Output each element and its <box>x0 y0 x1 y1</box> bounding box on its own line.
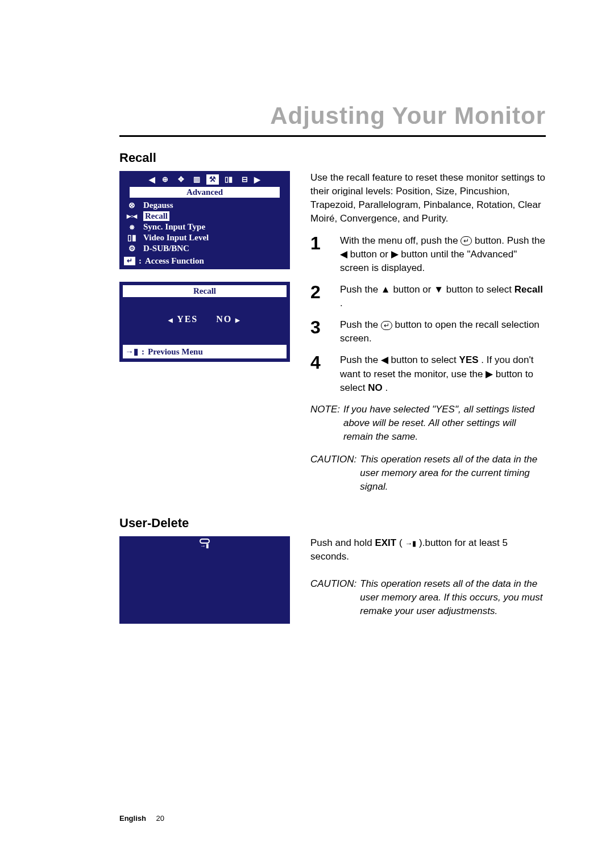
recall-icon: ▸▫◂ <box>126 211 138 221</box>
user-delete-heading: User-Delete <box>119 516 546 531</box>
recall-heading: Recall <box>119 151 546 165</box>
tab-size-icon: ✥ <box>175 174 187 185</box>
osd-item-video-input: ▯▮ Video Input Level <box>126 232 282 243</box>
video-input-icon: ▯▮ <box>126 233 138 243</box>
enter-icon: ↵ <box>124 257 135 265</box>
step-3: 3 Push the ↵ button to open the recall s… <box>310 318 546 345</box>
step-number: 2 <box>310 283 326 310</box>
osd-recall-panel: Recall YES NO →▮ : Previous Menu <box>119 282 290 362</box>
exit-inline-icon: →▮ <box>405 539 416 549</box>
exit-icon: →▮ <box>125 347 138 357</box>
exit-symbol-icon: →▮ <box>119 542 290 549</box>
recall-caution: CAUTION: This operation resets all of th… <box>310 453 546 494</box>
enter-button-icon: ↵ <box>460 236 472 245</box>
tab-geometry-icon: ▥ <box>190 174 203 185</box>
tab-info-icon: ⊟ <box>238 174 251 185</box>
user-delete-button-graphic: →▮ <box>119 536 290 624</box>
recall-panel-header: Recall <box>119 282 290 297</box>
enter-button-icon: ↵ <box>381 321 392 330</box>
degauss-icon: ⊗ <box>126 201 138 210</box>
osd-item-dsub-bnc: ⚙ D-SUB/BNC <box>126 243 282 254</box>
tab-menu-icon: ▯▮ <box>222 174 235 185</box>
recall-note: NOTE: If you have selected "YES", all se… <box>310 403 546 444</box>
recall-intro: Use the recall feature to reset these mo… <box>310 171 546 226</box>
tab-position-icon: ⊕ <box>159 174 171 185</box>
osd-item-sync-input: ⎈ Sync. Input Type <box>126 222 282 232</box>
step-number: 1 <box>310 234 326 275</box>
dsub-bnc-icon: ⚙ <box>126 244 138 253</box>
sync-input-icon: ⎈ <box>126 223 138 232</box>
no-option: NO <box>216 314 241 324</box>
yes-option: YES <box>168 314 198 324</box>
osd-header: Advanced <box>130 187 280 198</box>
osd-advanced-panel: ◀ ⊕ ✥ ▥ ⚒ ▯▮ ⊟ ▶ Advanced ⊗ Degauss ▸▫◂ … <box>119 171 290 269</box>
step-4: 4 Push the ◀ button to select YES . If y… <box>310 353 546 394</box>
page-title: Adjusting Your Monitor <box>119 102 546 137</box>
recall-panel-footer: →▮ : Previous Menu <box>119 345 290 362</box>
step-number: 4 <box>310 353 326 394</box>
step-1: 1 With the menu off, push the ↵ button. … <box>310 234 546 275</box>
user-delete-caution: CAUTION: This operation resets all of th… <box>310 577 546 618</box>
osd-footer: ↵ : Access Function <box>124 256 285 266</box>
osd-tab-row: ◀ ⊕ ✥ ▥ ⚒ ▯▮ ⊟ ▶ <box>124 174 285 185</box>
tab-advanced-icon: ⚒ <box>206 174 219 185</box>
tab-arrow-right-icon: ▶ <box>254 175 260 185</box>
osd-item-recall: ▸▫◂ Recall <box>126 211 282 222</box>
page-footer: English 20 <box>119 814 164 823</box>
user-delete-instruction: Push and hold EXIT ( →▮ ).button for at … <box>310 536 546 564</box>
osd-item-degauss: ⊗ Degauss <box>126 200 282 211</box>
step-2: 2 Push the ▲ button or ▼ button to selec… <box>310 283 546 310</box>
tab-arrow-left-icon: ◀ <box>149 175 155 185</box>
step-number: 3 <box>310 318 326 345</box>
